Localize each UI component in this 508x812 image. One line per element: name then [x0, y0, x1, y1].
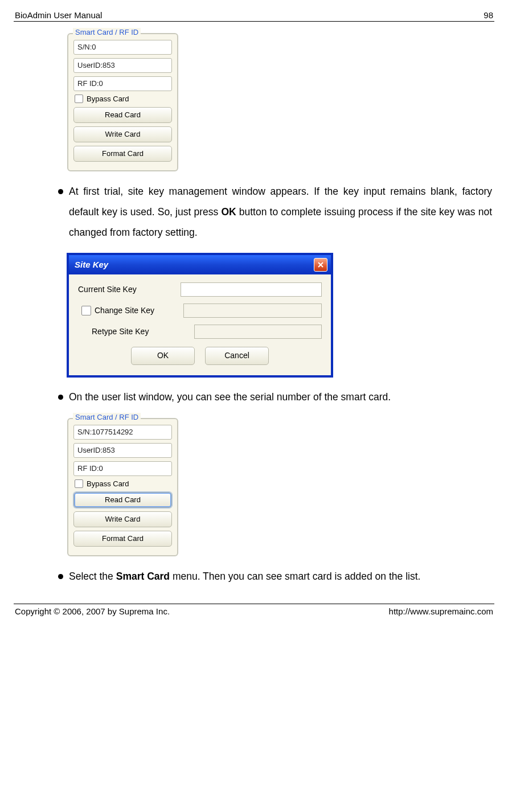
- bullet-icon: [58, 189, 63, 194]
- copyright-text: Copyright © 2006, 2007 by Suprema Inc.: [15, 606, 170, 616]
- site-key-dialog: Site Key Current Site Key Change Site Ke…: [67, 253, 333, 377]
- read-card-button-2[interactable]: Read Card: [73, 492, 172, 508]
- bullet-icon: [58, 574, 63, 579]
- ok-button[interactable]: OK: [131, 347, 195, 365]
- write-card-button[interactable]: Write Card: [73, 126, 172, 142]
- smartcard-panel-1: Smart Card / RF ID S/N:0 UserID:853 RF I…: [67, 33, 178, 171]
- close-icon[interactable]: [314, 258, 327, 272]
- bypass-label-2: Bypass Card: [87, 479, 129, 488]
- format-card-button[interactable]: Format Card: [73, 146, 172, 162]
- sn-field: S/N:0: [73, 40, 172, 55]
- change-site-key-input[interactable]: [183, 304, 322, 318]
- bullet-3-text: Select the Smart Card menu. Then you can…: [69, 567, 492, 587]
- smartcard-panel-2: Smart Card / RF ID S/N:1077514292 UserID…: [67, 418, 178, 556]
- retype-site-key-label: Retype Site Key: [78, 327, 194, 336]
- header-rule: [14, 21, 494, 22]
- bullet-2-text: On the user list window, you can see the…: [69, 387, 492, 408]
- cancel-button[interactable]: Cancel: [205, 347, 269, 365]
- read-card-button[interactable]: Read Card: [73, 107, 172, 123]
- write-card-button-2[interactable]: Write Card: [73, 511, 172, 527]
- footer-url: http://www.supremainc.com: [389, 606, 493, 616]
- change-site-key-checkbox[interactable]: [81, 306, 91, 315]
- retype-site-key-input[interactable]: [194, 325, 322, 339]
- bypass-checkbox[interactable]: [75, 95, 83, 103]
- dialog-title: Site Key: [75, 260, 108, 269]
- footer-rule: [14, 604, 494, 604]
- userid-field-2: UserID:853: [73, 443, 172, 458]
- panel2-legend: Smart Card / RF ID: [73, 413, 141, 421]
- doc-title: BioAdmin User Manual: [15, 10, 102, 20]
- userid-field: UserID:853: [73, 58, 172, 73]
- format-card-button-2[interactable]: Format Card: [73, 531, 172, 547]
- panel1-legend: Smart Card / RF ID: [73, 28, 141, 36]
- current-site-key-input[interactable]: [181, 282, 322, 297]
- sn-field-2: S/N:1077514292: [73, 425, 172, 440]
- bypass-checkbox-2[interactable]: [75, 479, 83, 488]
- bypass-label: Bypass Card: [87, 95, 129, 103]
- bullet-1-text: At first trial, site key management wind…: [69, 182, 492, 243]
- page-number: 98: [484, 10, 493, 20]
- change-site-key-label: Change Site Key: [95, 306, 183, 315]
- bullet-icon: [58, 395, 63, 400]
- rfid-field-2: RF ID:0: [73, 461, 172, 476]
- rfid-field: RF ID:0: [73, 76, 172, 91]
- current-site-key-label: Current Site Key: [78, 285, 181, 294]
